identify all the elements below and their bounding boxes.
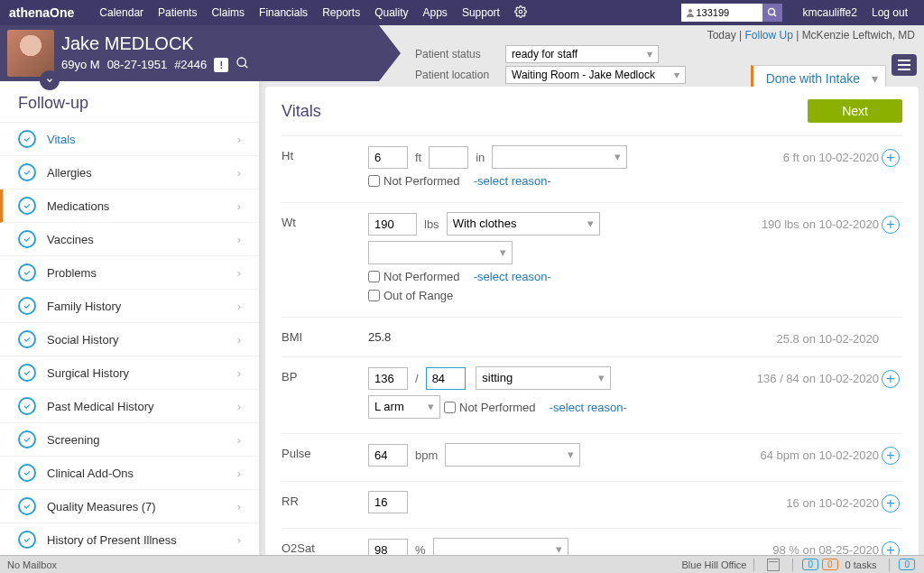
- badge-2[interactable]: 0: [822, 559, 838, 570]
- chevron-right-icon: ›: [237, 533, 241, 547]
- status-bar: No Mailbox Blue Hill Office 0 0 0 tasks …: [0, 555, 924, 573]
- sidebar-item[interactable]: Quality Measures (7)›: [0, 490, 259, 523]
- search-patient-icon[interactable]: [236, 56, 250, 73]
- followup-link[interactable]: Follow Up: [744, 29, 792, 42]
- logout-link[interactable]: Log out: [872, 6, 908, 19]
- sidebar-item[interactable]: Vitals›: [0, 123, 259, 156]
- check-circle-icon: [18, 263, 36, 282]
- sidebar-item[interactable]: Surgical History›: [0, 356, 259, 390]
- chevron-right-icon: ›: [237, 233, 241, 246]
- wt-out-of-range-checkbox[interactable]: [368, 290, 380, 301]
- sidebar-item-label: Allergies: [47, 166, 92, 180]
- svg-line-3: [774, 14, 777, 17]
- nav-support[interactable]: Support: [462, 6, 500, 19]
- bp-add-button[interactable]: +: [882, 370, 900, 388]
- ht-ft-input[interactable]: [368, 146, 408, 169]
- o2-add-button[interactable]: +: [882, 541, 900, 555]
- intake-sidebar: Follow-up Vitals›Allergies›Medications›V…: [0, 81, 260, 555]
- gear-icon[interactable]: [514, 5, 527, 21]
- vitals-panel: Vitals Next Ht ft in Not Performed -sele…: [265, 87, 919, 555]
- sidebar-item[interactable]: Clinical Add-Ons›: [0, 457, 259, 490]
- sidebar-item[interactable]: History of Present Illness›: [0, 523, 259, 555]
- sidebar-item-label: Screening: [47, 433, 100, 447]
- sidebar-item[interactable]: Allergies›: [0, 156, 259, 189]
- search-button[interactable]: [762, 4, 782, 22]
- provider-name: McKenzie Leftwich, MD: [802, 29, 915, 42]
- calendar-icon[interactable]: [767, 559, 780, 571]
- ht-type-select[interactable]: [492, 145, 627, 169]
- check-circle-icon: [18, 197, 36, 215]
- wt-label: Wt: [282, 212, 368, 229]
- bp-diastolic-input[interactable]: [426, 367, 466, 390]
- svg-point-1: [688, 9, 692, 13]
- sidebar-item[interactable]: Past Medical History›: [0, 390, 259, 423]
- ht-select-reason[interactable]: -select reason-: [474, 174, 551, 188]
- pulse-label: Pulse: [282, 443, 368, 460]
- today-link[interactable]: Today: [707, 29, 736, 42]
- menu-button[interactable]: [892, 54, 917, 76]
- chevron-right-icon: ›: [237, 467, 241, 480]
- patient-status-select[interactable]: ready for staff: [505, 45, 659, 63]
- patient-search-input[interactable]: [696, 7, 750, 18]
- rr-add-button[interactable]: +: [882, 494, 900, 513]
- sidebar-item[interactable]: Social History›: [0, 323, 259, 356]
- pulse-type-select[interactable]: [445, 443, 580, 467]
- person-icon: [685, 7, 696, 18]
- ht-not-performed-checkbox[interactable]: [368, 175, 380, 187]
- nav-reports[interactable]: Reports: [322, 6, 360, 19]
- sidebar-item[interactable]: Problems›: [0, 256, 259, 290]
- wt-not-performed-checkbox[interactable]: [368, 271, 380, 282]
- patient-dob: 08-27-1951: [107, 58, 168, 71]
- patient-header: Jake MEDLOCK 69yo M 08-27-1951 #2446 ! T…: [0, 25, 924, 81]
- office-name[interactable]: Blue Hill Office: [682, 559, 747, 570]
- o2-input[interactable]: [368, 539, 408, 556]
- sidebar-item[interactable]: Screening›: [0, 423, 259, 457]
- nav-quality[interactable]: Quality: [374, 6, 408, 19]
- bp-site-select[interactable]: L arm: [368, 395, 440, 419]
- tasks-label[interactable]: 0 tasks: [845, 559, 877, 570]
- wt-select-reason[interactable]: -select reason-: [474, 270, 551, 283]
- expand-banner-icon[interactable]: [40, 70, 60, 90]
- sidebar-item-label: History of Present Illness: [47, 533, 177, 547]
- bp-systolic-input[interactable]: [368, 367, 408, 390]
- nav-claims[interactable]: Claims: [211, 6, 245, 19]
- next-button[interactable]: Next: [808, 99, 902, 123]
- sidebar-item[interactable]: Vaccines›: [0, 223, 259, 256]
- o2-type-select[interactable]: [433, 538, 568, 555]
- ht-in-input[interactable]: [429, 146, 468, 169]
- sidebar-item[interactable]: Medications›: [0, 189, 259, 223]
- patient-search-box[interactable]: [681, 4, 762, 22]
- nav-apps[interactable]: Apps: [423, 6, 448, 19]
- badge-1[interactable]: 0: [802, 559, 818, 570]
- wt-input[interactable]: [368, 213, 417, 236]
- patient-location-select[interactable]: Waiting Room - Jake Medlock: [505, 66, 686, 84]
- badge-3[interactable]: 0: [899, 559, 915, 570]
- bp-select-reason[interactable]: -select reason-: [550, 401, 627, 414]
- svg-point-4: [237, 58, 245, 66]
- pulse-input[interactable]: [368, 444, 408, 467]
- nav-patients[interactable]: Patients: [158, 6, 197, 19]
- bp-position-select[interactable]: sitting: [476, 366, 611, 390]
- wt-extra-select[interactable]: [368, 241, 513, 264]
- rr-input[interactable]: [368, 491, 408, 513]
- ht-add-button[interactable]: +: [882, 149, 900, 167]
- chevron-right-icon: ›: [237, 199, 241, 213]
- username[interactable]: kmcauliffe2: [802, 6, 856, 19]
- bp-not-performed-checkbox[interactable]: [444, 402, 456, 413]
- chevron-right-icon: ›: [237, 433, 241, 447]
- lbs-unit: lbs: [424, 217, 439, 231]
- o2-history: 98 % on 08-25-2020: [698, 538, 879, 555]
- pulse-history: 64 bpm on 10-02-2020: [698, 443, 879, 462]
- nav-calendar[interactable]: Calendar: [99, 6, 143, 19]
- patient-age-sex: 69yo M: [61, 58, 100, 71]
- ht-history: 6 ft on 10-02-2020: [698, 145, 879, 164]
- pulse-add-button[interactable]: +: [882, 447, 900, 465]
- rr-label: RR: [282, 491, 368, 508]
- wt-context-select[interactable]: With clothes: [447, 212, 600, 236]
- sidebar-item-label: Quality Measures (7): [47, 500, 156, 513]
- bmi-value: 25.8: [368, 327, 698, 344]
- wt-add-button[interactable]: +: [882, 216, 900, 234]
- sidebar-item[interactable]: Family History›: [0, 290, 259, 323]
- alert-icon[interactable]: !: [214, 58, 228, 72]
- nav-financials[interactable]: Financials: [259, 6, 308, 19]
